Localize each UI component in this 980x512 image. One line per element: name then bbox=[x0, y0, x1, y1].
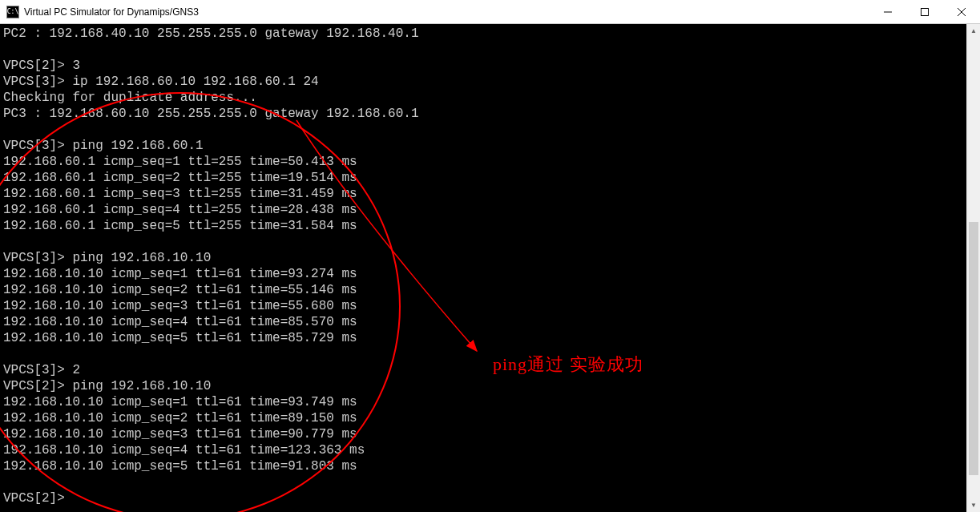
minimize-button[interactable] bbox=[869, 0, 906, 24]
window-title: Virtual PC Simulator for Dynamips/GNS3 bbox=[24, 6, 199, 18]
terminal-output[interactable]: PC2 : 192.168.40.10 255.255.255.0 gatewa… bbox=[0, 24, 966, 512]
vertical-scrollbar[interactable]: ▲ ▼ bbox=[966, 24, 980, 512]
terminal-wrapper: PC2 : 192.168.40.10 255.255.255.0 gatewa… bbox=[0, 24, 980, 512]
scrollbar-track[interactable] bbox=[967, 38, 980, 498]
maximize-button[interactable] bbox=[906, 0, 943, 24]
svg-rect-1 bbox=[922, 9, 929, 16]
window-titlebar: C:\ Virtual PC Simulator for Dynamips/GN… bbox=[0, 0, 980, 24]
scrollbar-down-arrow-icon[interactable]: ▼ bbox=[967, 498, 980, 512]
scrollbar-up-arrow-icon[interactable]: ▲ bbox=[967, 24, 980, 38]
close-button[interactable] bbox=[943, 0, 980, 24]
window-controls bbox=[869, 0, 980, 24]
scrollbar-thumb[interactable] bbox=[969, 222, 978, 475]
app-icon: C:\ bbox=[6, 6, 19, 18]
